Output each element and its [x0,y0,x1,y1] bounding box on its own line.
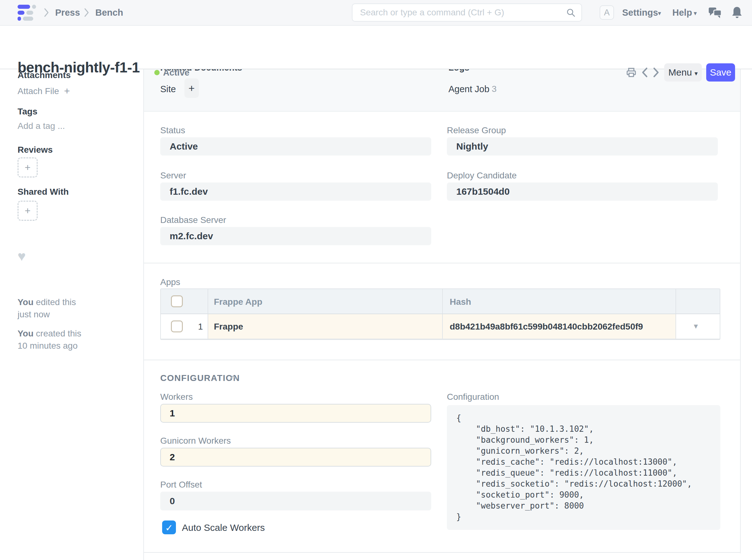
row-expand-caret-icon[interactable]: ▼ [692,322,699,331]
page-title: bench-nightly-f1-1 [18,59,140,76]
tags-title: Tags [18,106,37,117]
prev-doc-icon[interactable] [641,67,649,78]
configuration-json-code: { "db_host": "10.1.3.102", "background_w… [456,413,711,522]
breadcrumb-chevron-icon [83,8,90,17]
form-right-divider [740,69,741,554]
activity-action: edited this [36,297,76,307]
collapse-section-icon[interactable] [229,374,238,381]
add-tag-input[interactable]: Add a tag ... [18,121,65,131]
global-search[interactable] [352,3,582,22]
activity-actor: You [18,297,34,307]
bench-document-page: Related Documents Site + Logs Agent Job … [0,0,752,560]
gunicorn-workers-label: Gunicorn Workers [160,436,231,446]
status-field-value[interactable]: Active [160,137,431,156]
release-group-value[interactable]: Nightly [447,137,718,156]
row-index: 1 [192,322,203,332]
deploy-candidate-label: Deploy Candidate [447,171,517,181]
activity-when: 10 minutes ago [18,341,77,351]
status-dot [154,70,160,75]
configuration-json-label: Configuration [447,392,499,402]
server-field-value[interactable]: f1.fc.dev [160,182,431,201]
print-icon[interactable] [625,66,637,78]
chevron-down-icon: ▾ [658,9,661,17]
apps-table-header: Frappe App Hash [161,289,720,314]
apps-table: Frappe App Hash 1 Frappe d8b421b49a8bf61… [160,288,720,340]
server-field-label: Server [160,171,186,181]
configuration-json-block: { "db_host": "10.1.3.102", "background_w… [447,405,720,530]
activity-actor: You [18,328,34,338]
apps-section-label: Apps [160,277,180,287]
shared-with-title: Shared With [18,187,69,197]
search-icon [566,8,576,18]
agent-job-count: 3 [492,84,497,94]
navbar: Press Bench A Settings ▾ Help ▾ [0,0,752,26]
like-heart-icon[interactable]: ♥ [18,248,26,264]
activity-created: You created this 10 minutes ago [18,327,81,352]
search-input[interactable] [359,5,561,20]
menu-button-label: Menu [668,67,692,77]
sidebar-divider [143,69,144,560]
add-site-button[interactable]: + [184,78,199,98]
user-avatar[interactable]: A [599,5,614,20]
workers-label: Workers [160,392,193,402]
configuration-section-toggle[interactable]: CONFIGURATION [160,373,240,383]
row-checkbox[interactable] [171,320,183,332]
column-header-frappe-app[interactable]: Frappe App [214,297,262,307]
database-server-label: Database Server [160,215,226,225]
page-head: bench-nightly-f1-1 Active Menu ▾ Save [0,25,752,69]
workers-input[interactable] [160,404,431,423]
breadcrumb-chevron-icon [43,8,50,17]
activity-edited: You edited this just now [18,296,76,320]
gunicorn-workers-input[interactable] [160,448,431,466]
auto-scale-checkbox[interactable]: ✓ [162,520,176,534]
deploy-candidate-value[interactable]: 167b1504d0 [447,182,718,201]
row-frappe-app-cell[interactable]: Frappe [214,322,243,332]
related-doc-site-label: Site [160,84,176,94]
menu-button[interactable]: Menu ▾ [664,63,702,81]
breadcrumb-bench[interactable]: Bench [95,7,123,18]
attach-file-button[interactable]: Attach File + [18,85,70,97]
plus-icon: + [64,85,70,97]
add-share-button[interactable]: + [18,201,38,221]
breadcrumb-press[interactable]: Press [55,7,80,18]
add-review-button[interactable]: + [18,157,38,178]
save-button[interactable]: Save [706,63,735,81]
app-logo[interactable] [18,5,35,21]
settings-menu[interactable]: Settings [622,7,658,18]
database-server-value[interactable]: m2.fc.dev [160,227,431,245]
chevron-down-icon: ▾ [695,70,698,77]
section-divider [144,360,740,360]
auto-scale-label: Auto Scale Workers [182,522,265,533]
release-group-label: Release Group [447,125,506,136]
next-doc-icon[interactable] [652,67,660,78]
section-divider [144,263,740,263]
help-menu[interactable]: Help [672,7,692,18]
port-offset-label: Port Offset [160,480,202,490]
column-header-hash[interactable]: Hash [450,297,471,307]
agent-job-link[interactable]: Agent Job [449,84,490,94]
port-offset-value[interactable]: 0 [160,492,431,511]
chevron-down-icon: ▾ [694,9,697,17]
status-field-label: Status [160,125,185,136]
row-hash-cell[interactable]: d8b421b49a8bf61c599b048140cbb2062fed50f9 [450,322,643,332]
select-all-checkbox[interactable] [171,295,183,307]
activity-when: just now [18,309,50,319]
form-bottom-border [143,552,741,553]
attach-file-label: Attach File [18,86,59,96]
chat-icon[interactable] [708,6,722,19]
table-row: 1 Frappe d8b421b49a8bf61c599b048140cbb20… [161,314,720,339]
dashboard-section [144,69,740,112]
activity-action: created this [36,328,81,338]
status-badge: Active [163,68,190,78]
notifications-bell-icon[interactable] [731,6,743,19]
reviews-title: Reviews [18,145,53,155]
